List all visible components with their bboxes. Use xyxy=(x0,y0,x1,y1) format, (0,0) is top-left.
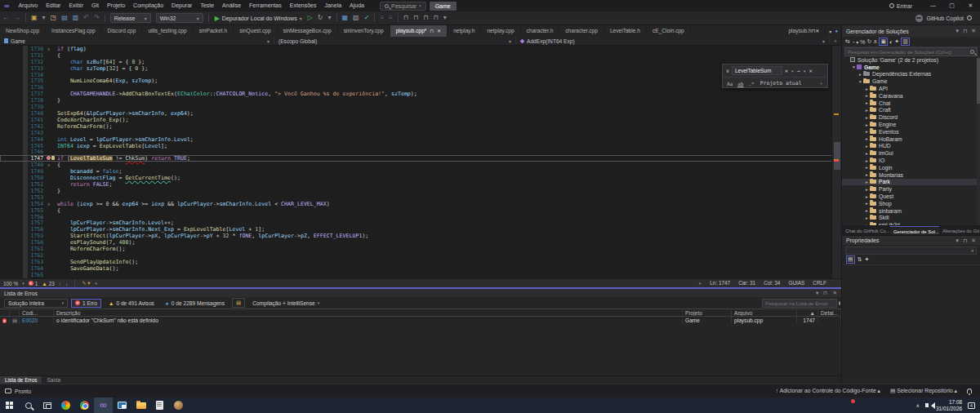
code-line-1733[interactable]: 1733 char szTemp[32] = { 0 }; xyxy=(0,65,841,72)
error-column-header-descricao[interactable]: Descrição xyxy=(54,309,683,316)
messages-filter-button[interactable]: ● 0 de 2289 Mensagens xyxy=(162,299,229,308)
chevron-collapsed-icon[interactable]: ▸ xyxy=(864,194,870,199)
find-scope-dropdown[interactable]: Projeto atual▾ xyxy=(758,80,825,87)
chevron-collapsed-icon[interactable]: ▸ xyxy=(864,187,870,192)
tree-item-park[interactable]: ▸Park xyxy=(842,179,980,186)
sync-icon[interactable]: % xyxy=(860,39,865,45)
pin-icon[interactable]: ⊓ xyxy=(430,25,434,37)
breakpoint-margin[interactable] xyxy=(0,252,23,259)
indent-icon[interactable]: ≡ xyxy=(377,11,386,24)
split-editor-button[interactable]: + xyxy=(830,37,841,45)
code-line-1739[interactable]: 1739 xyxy=(0,104,841,110)
build-selection-icon[interactable]: ▧ xyxy=(350,11,362,24)
error-scope-dropdown[interactable]: Solução Inteira▾ xyxy=(4,299,68,308)
panel-chevron-icon[interactable]: ▾ xyxy=(816,290,818,296)
breakpoint-margin[interactable] xyxy=(0,143,23,149)
tree-item-party[interactable]: ▸Party xyxy=(842,185,980,193)
code-line-1752[interactable]: 1752} xyxy=(0,188,841,194)
dock-tab-gerenciadordesol[interactable]: Gerenciador de Sol... xyxy=(890,226,939,235)
warnings-filter-button[interactable]: ▲ 0 de 491 Avisos xyxy=(105,299,158,308)
open-file-icon[interactable]: ◳ xyxy=(48,11,60,24)
tree-item-game[interactable]: ▾Game xyxy=(842,64,980,71)
panel-close-icon[interactable]: ✕ xyxy=(971,238,976,244)
tree-item-login[interactable]: ▸Login xyxy=(842,164,980,171)
panel-chevron-icon[interactable]: ▾ xyxy=(956,238,959,244)
tab-newshopcpp[interactable]: NewShop.cpp xyxy=(0,25,46,37)
breakpoint-margin[interactable] xyxy=(0,220,23,226)
sign-in-button[interactable]: Entrar xyxy=(889,3,912,9)
chevron-expanded-icon[interactable]: ▾ xyxy=(858,79,863,84)
tree-item-eventos[interactable]: ▸Eventos xyxy=(842,128,980,135)
taskbar-search-icon[interactable] xyxy=(19,397,38,413)
breakpoint-margin[interactable] xyxy=(0,136,23,143)
tab-sinquestcpp[interactable]: sinQuest.cpp xyxy=(234,25,277,37)
minimize-button[interactable]: — xyxy=(924,0,942,11)
breakpoint-margin[interactable] xyxy=(0,181,23,188)
code-line-1756[interactable]: 1756 xyxy=(0,214,841,220)
taskbar-explorer-icon[interactable] xyxy=(131,397,150,413)
breakpoint-margin[interactable] xyxy=(0,246,23,252)
panel-chevron-icon[interactable]: ▾ xyxy=(956,28,959,34)
taskbar-globe-icon[interactable] xyxy=(169,397,188,413)
error-code-cell[interactable]: E0020 xyxy=(20,317,54,324)
tab-playsubcpp[interactable]: playsub.cpp*⊓✕ xyxy=(390,25,448,37)
solution-search-input[interactable] xyxy=(848,50,968,55)
code-editor[interactable]: 1730∨if (flag)1731{1732 char szBuf[64] =… xyxy=(0,46,841,278)
code-line-1763[interactable]: 1763 SendPlayUpdateInfo(); xyxy=(0,259,841,265)
breakpoint-margin[interactable] xyxy=(0,117,23,123)
tree-item-skill[interactable]: ▸Skill xyxy=(842,215,980,222)
search-everything-box[interactable]: Pesquisar ▾ xyxy=(380,2,426,11)
close-tab-icon[interactable]: ✕ xyxy=(437,25,441,37)
fold-margin[interactable]: ∨ xyxy=(46,47,57,51)
switch-views-icon[interactable]: ⇆ xyxy=(845,38,850,45)
select-repository-button[interactable]: ▤ Selecionar Repositório ▴ xyxy=(890,388,957,394)
breakpoint-margin[interactable] xyxy=(0,265,23,272)
compare-icon[interactable]: ◐ xyxy=(889,39,893,45)
code-line-1744[interactable]: 1744int Level = lpCurPlayer->smCharInfo.… xyxy=(0,136,841,143)
tree-item-craft[interactable]: ▸Craft xyxy=(842,107,980,114)
tree-item-hud[interactable]: ▸HUD xyxy=(842,143,980,150)
editor-warning-count[interactable]: ▲ 23 xyxy=(42,281,55,286)
chevron-collapsed-icon[interactable]: ▸ xyxy=(864,93,870,98)
code-line-1735[interactable]: 1735 NumLineComa64(Exp, szTemp); xyxy=(0,78,841,85)
whole-word-toggle[interactable]: ab xyxy=(736,81,745,87)
code-line-1745[interactable]: 1745INT64 iexp = ExpLevelTable[Level]; xyxy=(0,143,841,149)
feedback-icon[interactable] xyxy=(5,389,11,393)
error-code-link[interactable]: E0020 xyxy=(22,318,38,323)
scrollbar-thumb[interactable] xyxy=(834,142,840,170)
tab-smpacketh[interactable]: smPacket.h xyxy=(194,25,234,37)
code-line-1736[interactable]: 1736 xyxy=(0,84,841,91)
tree-scrollbar[interactable] xyxy=(977,56,980,225)
zoom-level-dropdown[interactable]: 100 % xyxy=(3,281,18,286)
prev-issue-button[interactable]: ↑ xyxy=(59,281,61,286)
tree-item-sinbaram[interactable]: ▸sinbaram xyxy=(842,207,980,215)
bookmark-prev-icon[interactable]: ⊓ xyxy=(411,11,421,24)
breakpoint-margin[interactable] xyxy=(0,155,23,162)
chevron-collapsed-icon[interactable]: ▸ xyxy=(864,201,870,206)
code-line-1753[interactable]: 1753 xyxy=(0,194,841,201)
code-line-1750[interactable]: 1750 DisconnectFlag = GetCurrentTime(); xyxy=(0,175,841,181)
menu-janela[interactable]: Janela xyxy=(320,0,345,11)
breakpoint-margin[interactable] xyxy=(0,130,23,136)
breakpoint-margin[interactable] xyxy=(0,194,23,201)
redo-icon[interactable]: ↷ xyxy=(91,11,102,24)
tree-item-imgui[interactable]: ▸imGui xyxy=(842,149,980,157)
code-line-1762[interactable]: 1762 xyxy=(0,252,841,259)
menu-projeto[interactable]: Projeto xyxy=(103,0,129,11)
configuration-dropdown[interactable]: Release▾ xyxy=(110,13,151,23)
menu-ferramentas[interactable]: Ferramentas xyxy=(245,0,286,11)
breakpoint-margin[interactable] xyxy=(0,259,23,265)
code-line-1730[interactable]: 1730∨if (flag) xyxy=(0,46,841,52)
find-expand-icon[interactable]: ∨ xyxy=(725,68,730,74)
chevron-collapsed-icon[interactable]: ▸ xyxy=(864,165,870,170)
menu-arquivo[interactable]: Arquivo xyxy=(14,0,42,11)
menu-teste[interactable]: Teste xyxy=(196,0,218,11)
start-debugging-button[interactable]: ▶ Depurador Local do Windows ▾ xyxy=(215,15,302,22)
find-next-chevron-icon[interactable]: ▾ xyxy=(803,69,807,73)
menu-editar[interactable]: Editar xyxy=(42,0,65,11)
scope-dropdown[interactable]: (Escopo Global)▾ xyxy=(274,37,516,45)
chevron-collapsed-icon[interactable]: ▸ xyxy=(864,87,870,91)
error-column-header-arquivo[interactable]: Arquivo xyxy=(732,309,797,316)
add-source-control-button[interactable]: ↑ Adicionar ao Controle do Código-Fonte … xyxy=(776,388,880,394)
tab-sininventorycpp[interactable]: sinInvenTory.cpp xyxy=(338,25,390,37)
